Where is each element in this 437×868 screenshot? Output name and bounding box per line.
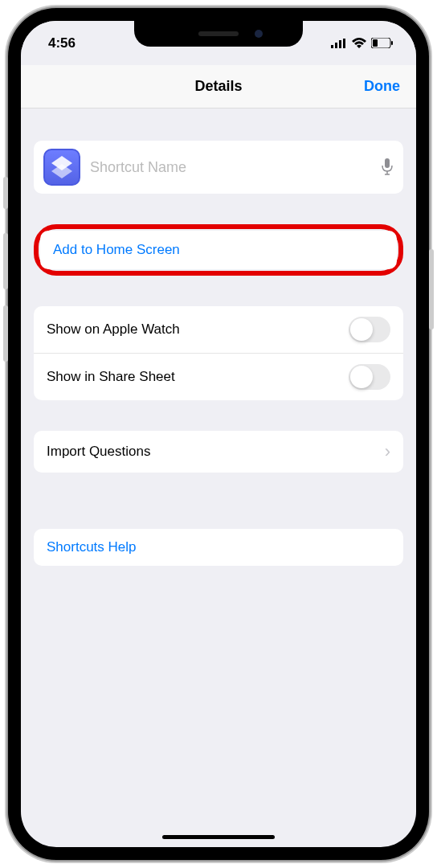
side-button	[3, 177, 8, 209]
row-label: Show on Apple Watch	[47, 321, 180, 338]
nav-bar: Details Done	[21, 65, 416, 108]
status-time: 4:56	[48, 35, 76, 51]
shortcut-name-card	[34, 141, 403, 194]
share-toggle[interactable]	[349, 364, 390, 390]
screen: 4:56 Details Done	[21, 21, 416, 847]
svg-rect-6	[391, 41, 393, 45]
done-button[interactable]: Done	[364, 78, 400, 95]
import-questions-button[interactable]: Import Questions ›	[34, 431, 403, 473]
highlight-annotation: Add to Home Screen	[34, 224, 403, 276]
add-to-home-screen-button[interactable]: Add to Home Screen	[40, 231, 397, 269]
svg-rect-1	[335, 43, 337, 48]
svg-rect-7	[385, 158, 390, 168]
import-section: Import Questions ›	[34, 431, 403, 473]
watch-toggle[interactable]	[349, 317, 390, 342]
svg-rect-5	[373, 39, 378, 47]
show-on-watch-row: Show on Apple Watch	[34, 306, 403, 353]
row-label: Import Questions	[47, 444, 150, 460]
side-button	[429, 249, 434, 330]
svg-rect-2	[339, 40, 341, 48]
help-section: Shortcuts Help	[34, 529, 403, 566]
show-in-share-row: Show in Share Sheet	[34, 353, 403, 400]
phone-frame: 4:56 Details Done	[8, 8, 429, 860]
row-label: Show in Share Sheet	[47, 369, 175, 385]
chevron-right-icon: ›	[385, 441, 390, 462]
side-button	[3, 233, 8, 289]
shortcuts-glyph-icon	[51, 156, 72, 178]
toggles-section: Show on Apple Watch Show in Share Sheet	[34, 306, 403, 400]
battery-icon	[371, 38, 394, 48]
side-button	[3, 305, 8, 362]
svg-rect-3	[343, 39, 345, 48]
notch	[134, 21, 303, 47]
shortcut-app-icon[interactable]	[43, 149, 80, 186]
speaker	[198, 31, 239, 36]
svg-rect-0	[331, 45, 333, 48]
status-icons	[331, 38, 394, 48]
page-title: Details	[194, 78, 242, 95]
content: Add to Home Screen Show on Apple Watch S…	[21, 141, 416, 566]
camera	[255, 30, 263, 38]
cellular-icon	[331, 39, 347, 48]
shortcuts-help-button[interactable]: Shortcuts Help	[34, 529, 403, 566]
mic-icon[interactable]	[381, 158, 394, 176]
home-indicator[interactable]	[162, 835, 275, 839]
wifi-icon	[352, 38, 366, 48]
shortcut-name-input[interactable]	[90, 159, 371, 176]
